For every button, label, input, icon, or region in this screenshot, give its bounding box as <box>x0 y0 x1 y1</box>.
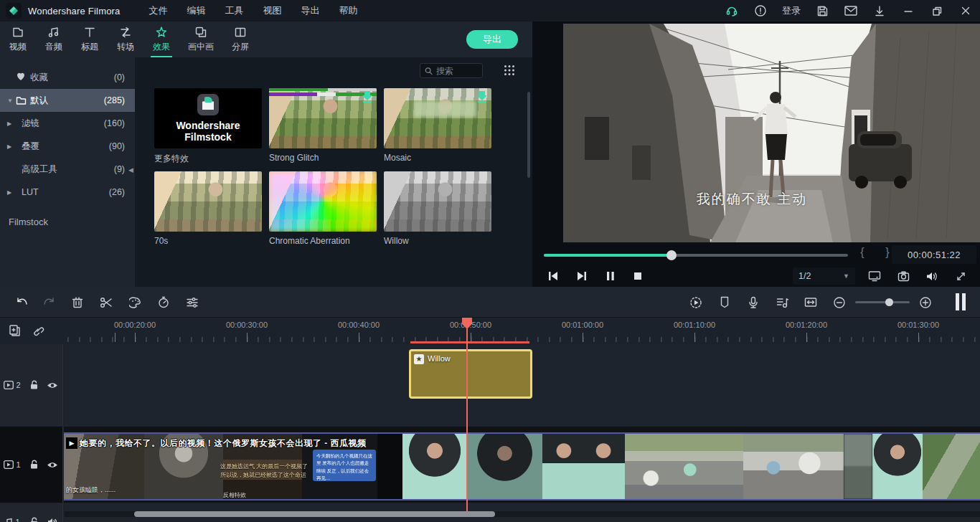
snapshot-icon[interactable] <box>892 267 914 285</box>
minimize-icon[interactable] <box>894 0 923 22</box>
tab-1[interactable]: 音频 <box>36 22 72 57</box>
effect-clip-willow[interactable]: ★ Willow <box>409 349 532 399</box>
filmstock-thumbnail: WondershareFilmstock <box>154 88 262 148</box>
voiceover-icon[interactable] <box>743 293 764 312</box>
delete-icon[interactable] <box>67 293 88 312</box>
menu-item-1[interactable]: 编辑 <box>187 4 206 17</box>
tab-5[interactable]: 画中画 <box>179 22 222 57</box>
timeline-scrollbar[interactable] <box>65 511 980 517</box>
export-button[interactable]: 导出 <box>466 30 518 49</box>
tab-2[interactable]: 标题 <box>72 22 108 57</box>
close-icon[interactable] <box>951 0 980 22</box>
pause-bars-icon[interactable] <box>956 293 969 310</box>
save-icon[interactable] <box>808 0 837 22</box>
card-effect-3[interactable]: Chromatic Aberration <box>269 171 377 246</box>
menu-item-4[interactable]: 导出 <box>301 4 320 17</box>
sidebar-item-0[interactable]: 收藏(0) <box>0 66 135 89</box>
sidebar-item-filmstock[interactable]: Filmstock <box>9 217 48 227</box>
color-icon[interactable] <box>124 293 146 312</box>
download-arrow-icon <box>362 91 372 103</box>
adjust-icon[interactable] <box>182 293 203 312</box>
menu-bar: 文件编辑工具视图导出帮助 <box>149 4 358 17</box>
card-filmstock[interactable]: WondershareFilmstock更多特效 <box>154 88 262 165</box>
panel-collapse-icon[interactable]: ◀ <box>128 166 133 174</box>
card-effect-0[interactable]: Strong Glitch <box>269 88 377 163</box>
heart-icon <box>16 72 30 83</box>
volume-icon[interactable] <box>921 267 943 285</box>
menu-item-0[interactable]: 文件 <box>149 4 168 17</box>
tab-4[interactable]: 效果 <box>143 22 179 57</box>
pause-button[interactable] <box>600 267 621 285</box>
download-icon[interactable] <box>865 0 894 22</box>
video-clip[interactable]: ▶ 她要的，我给不了。以后的视频！这个俄罗斯女孩不会出现了 - 西瓜视频 的女孩… <box>64 432 980 500</box>
tab-0[interactable]: 视频 <box>0 22 36 57</box>
sidebar-item-1[interactable]: ▼默认(285) <box>0 89 135 112</box>
tab-label: 标题 <box>81 41 98 53</box>
sidebar-item-5[interactable]: ▶LUT(26) <box>0 181 135 204</box>
tab-3[interactable]: 转场 <box>108 22 143 57</box>
search-input[interactable] <box>436 66 478 76</box>
marker-icon[interactable] <box>714 293 735 312</box>
track-header-video-2: 2 <box>0 344 63 426</box>
search-box[interactable] <box>420 63 483 78</box>
menu-item-2[interactable]: 工具 <box>225 4 244 17</box>
track-lane-video-2[interactable]: ★ Willow <box>64 344 980 426</box>
speed-icon[interactable] <box>153 293 174 312</box>
fullscreen-icon[interactable] <box>950 267 971 285</box>
zoom-in-icon[interactable] <box>915 293 936 312</box>
lock-icon[interactable] <box>24 517 43 522</box>
volume-icon[interactable] <box>43 518 62 522</box>
stop-button[interactable] <box>627 267 649 285</box>
card-effect-2[interactable]: 70s <box>154 171 262 246</box>
undo-icon[interactable] <box>11 293 32 312</box>
mark-in-button[interactable]: { <box>855 246 870 259</box>
restore-icon[interactable] <box>923 0 951 22</box>
link-icon[interactable] <box>32 324 44 337</box>
grid-view-icon[interactable] <box>504 65 515 76</box>
preview-zoom-select[interactable]: 1/2 ▼ <box>793 267 855 285</box>
clip-thumbnail <box>844 434 872 499</box>
audio-mixer-icon[interactable] <box>771 293 793 312</box>
seek-bar[interactable] <box>544 254 848 257</box>
fit-timeline-icon[interactable] <box>800 293 821 312</box>
zoom-slider-handle[interactable] <box>885 298 893 306</box>
sidebar-item-count: (160) <box>104 118 125 128</box>
login-button[interactable]: 登录 <box>775 4 808 17</box>
menu-item-3[interactable]: 视图 <box>263 4 282 17</box>
media-tab-strip: 视频音频标题转场效果画中画分屏 导出 <box>0 22 532 57</box>
timeline-ruler[interactable]: 00:00:20:0000:00:30:0000:00:40:0000:00:5… <box>65 318 980 343</box>
track-lane-video-1[interactable]: ▶ 她要的，我给不了。以后的视频！这个俄罗斯女孩不会出现了 - 西瓜视频 的女孩… <box>64 427 980 503</box>
mail-icon[interactable] <box>837 0 865 22</box>
sidebar-item-3[interactable]: ▶叠覆(90) <box>0 135 135 158</box>
copy-icon[interactable] <box>9 324 22 337</box>
split-icon[interactable] <box>95 293 117 312</box>
sidebar-item-2[interactable]: ▶滤镜(160) <box>0 112 135 135</box>
render-preview-icon[interactable] <box>685 293 707 312</box>
timeline-zoom-slider[interactable] <box>855 301 910 303</box>
menu-item-5[interactable]: 帮助 <box>339 4 358 17</box>
eye-icon[interactable] <box>43 381 62 389</box>
timeline-scrollbar-thumb[interactable] <box>134 511 495 517</box>
headset-support-icon[interactable] <box>717 0 746 22</box>
transition-tab-icon <box>119 26 132 39</box>
prev-frame-button[interactable] <box>542 267 564 285</box>
display-device-icon[interactable] <box>864 267 885 285</box>
card-effect-1[interactable]: Mosaic <box>384 88 491 163</box>
effects-scrollbar[interactable] <box>527 92 530 178</box>
clip-overlay-mid-label: 反相特效 <box>223 491 246 499</box>
seek-handle[interactable] <box>666 250 677 260</box>
lock-icon[interactable] <box>24 460 43 470</box>
effect-thumbnail <box>154 171 262 232</box>
sidebar-item-4[interactable]: 高级工具(9) <box>0 158 135 181</box>
download-arrow-icon <box>477 91 487 103</box>
lock-icon[interactable] <box>24 380 43 390</box>
tab-6[interactable]: 分屏 <box>222 22 258 57</box>
eye-icon[interactable] <box>43 461 62 469</box>
redo-icon[interactable] <box>38 293 60 312</box>
zoom-out-icon[interactable] <box>829 293 850 312</box>
info-icon[interactable] <box>746 0 775 22</box>
audio-track-icon: 1 <box>0 518 24 522</box>
card-effect-4[interactable]: Willow <box>384 171 491 246</box>
video-preview[interactable]: 我的确不敢 主动 <box>563 24 980 242</box>
next-frame-button[interactable] <box>571 267 593 285</box>
